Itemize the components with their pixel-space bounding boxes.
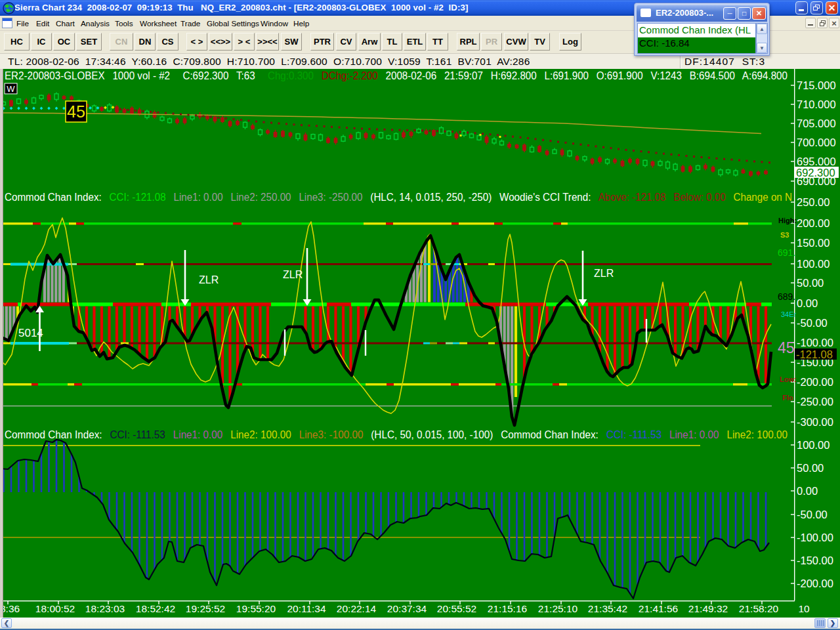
svg-text:50.00: 50.00 [797,277,824,289]
svg-text:250.00: 250.00 [797,196,830,208]
svg-text:150.00: 150.00 [797,237,830,249]
svg-text:700.000: 700.000 [797,136,836,148]
svg-text:-300.00: -300.00 [797,416,833,428]
svg-text:45: 45 [67,102,85,121]
svg-text:710.000: 710.000 [797,98,836,110]
svg-text:19:55:20: 19:55:20 [236,603,276,614]
svg-text:21:25:10: 21:25:10 [538,603,578,614]
svg-text:Commod Chan Index: CCI: -121.: Commod Chan Index: CCI: -121.08 Line1: 0… [5,192,792,203]
svg-text:21:35:42: 21:35:42 [588,603,627,614]
svg-text:100.00: 100.00 [797,258,830,270]
svg-text:20:55:52: 20:55:52 [437,603,476,614]
svg-text:-250.00: -250.00 [797,396,833,408]
svg-text:W: W [7,84,15,94]
svg-text:100.00: 100.00 [797,439,830,451]
svg-text:18:00:52: 18:00:52 [35,603,75,614]
svg-text:ER2-200803-GLOBEX 1000 vol -: ER2-200803-GLOBEX 1000 vol - #2 C:692.30… [5,70,788,81]
svg-text:21:58:20: 21:58:20 [739,603,779,614]
svg-text:-100.00: -100.00 [797,337,833,348]
svg-text:-50.00: -50.00 [797,317,828,329]
svg-text:-150.00: -150.00 [797,555,833,566]
svg-text:-200.00: -200.00 [797,578,833,589]
svg-text:18:23:03: 18:23:03 [85,603,125,614]
svg-text:-121.08: -121.08 [796,348,833,360]
svg-text:ZLR: ZLR [283,269,303,280]
svg-text:18:52:42: 18:52:42 [136,603,175,614]
svg-text:20:37:34: 20:37:34 [387,603,427,614]
svg-text:20:11:34: 20:11:34 [287,603,326,614]
svg-text:-50.00: -50.00 [797,509,828,520]
svg-text:Commod Chan Index: CCI: -111.: Commod Chan Index: CCI: -111.53 Line1: 0… [5,429,788,440]
svg-text:21:49:32: 21:49:32 [688,603,728,614]
svg-text:50.00: 50.00 [797,462,824,474]
svg-text:ZLR: ZLR [594,268,614,279]
svg-text:21:15:16: 21:15:16 [488,603,527,614]
svg-text:689.: 689. [778,291,795,302]
svg-text:10: 10 [798,603,810,614]
svg-text:Low:: Low: [780,375,797,383]
svg-text:20:22:14: 20:22:14 [337,603,377,614]
svg-text:45: 45 [778,339,795,356]
svg-text:715.000: 715.000 [797,79,836,91]
svg-text:692.300: 692.300 [796,167,835,178]
svg-text:0.00: 0.00 [797,297,818,309]
svg-text:695.000: 695.000 [797,156,836,167]
svg-text:-100.00: -100.00 [797,532,833,543]
svg-text:S3: S3 [780,231,789,239]
svg-text:-200.00: -200.00 [797,376,833,388]
svg-text:High:: High: [778,217,797,224]
svg-text:19:25:52: 19:25:52 [186,603,225,614]
svg-text:21:41:56: 21:41:56 [639,603,678,614]
svg-text:5014: 5014 [18,327,43,339]
svg-text:200.00: 200.00 [797,217,830,229]
svg-text:ZLR: ZLR [199,274,219,285]
svg-text:0.00: 0.00 [797,485,818,497]
svg-text:691.: 691. [778,247,795,258]
svg-text:Flo: Flo [782,394,793,402]
svg-text:34Er: 34Er [781,310,797,318]
svg-text:705.000: 705.000 [797,117,836,129]
